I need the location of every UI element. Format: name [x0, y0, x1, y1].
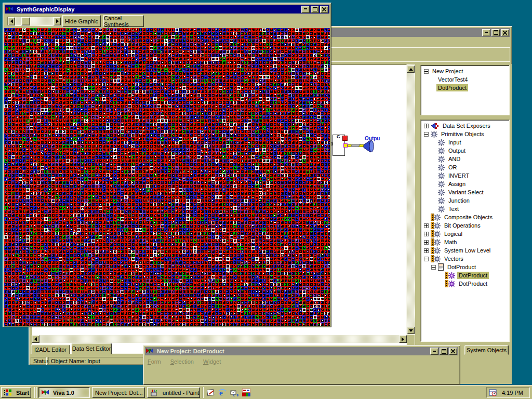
- tree-row[interactable]: Data Set Exposers: [422, 122, 509, 130]
- tree-row[interactable]: AND: [422, 155, 509, 163]
- tree-row[interactable]: Output: [422, 147, 509, 155]
- expand-toggle[interactable]: [431, 265, 436, 270]
- tab-data-set-editor[interactable]: Data Set Editor: [71, 343, 112, 354]
- tree-item-label: DotProduct: [446, 263, 477, 271]
- gear-icon: [438, 206, 445, 212]
- composite-object-icon: [431, 222, 441, 229]
- menu-item-form[interactable]: Form: [148, 358, 161, 365]
- task-button-untitled-paint[interactable]: untitled - Paint: [147, 387, 200, 398]
- status-label: Status: [33, 358, 49, 364]
- port[interactable]: [343, 143, 348, 148]
- expand-toggle[interactable]: [424, 232, 429, 236]
- output-cone-icon[interactable]: [363, 139, 375, 154]
- desktop: { "theme": { "desktop": "#00637F", "face…: [0, 0, 532, 399]
- tree-row[interactable]: DotProduct: [422, 280, 509, 288]
- maximize-button[interactable]: [311, 6, 319, 13]
- task-button-viva-1-0[interactable]: Viva 1.0: [38, 387, 90, 398]
- tree-row[interactable]: Text: [422, 205, 509, 213]
- maximize-button[interactable]: [491, 29, 500, 36]
- quick-launch-pen-doc-icon[interactable]: [206, 387, 217, 398]
- quick-launch: e: [206, 387, 252, 398]
- tree-row[interactable]: Composite Objects: [422, 213, 509, 221]
- taskbar-divider: [203, 387, 204, 398]
- task-button-label: untitled - Paint: [163, 390, 199, 396]
- close-button[interactable]: [449, 348, 457, 355]
- tree-row[interactable]: INVERT: [422, 171, 509, 180]
- tree-item-label: AND: [447, 155, 462, 163]
- expand-toggle[interactable]: [424, 223, 429, 228]
- scroll-left-button[interactable]: [8, 17, 15, 25]
- close-button[interactable]: [501, 29, 509, 36]
- tree-row[interactable]: Primitive Objects: [422, 130, 509, 138]
- menu-item-widget[interactable]: Widget: [203, 358, 221, 365]
- tab-i2adl-editor[interactable]: I2ADL Editor: [31, 344, 70, 354]
- maximize-button[interactable]: [440, 348, 448, 355]
- tree-row[interactable]: Input: [422, 138, 509, 147]
- tree-row[interactable]: Bit Operations: [422, 221, 509, 230]
- tree-row[interactable]: VectorTest4: [422, 75, 509, 84]
- gear-icon: [438, 197, 445, 204]
- tree-row[interactable]: OR: [422, 163, 509, 171]
- arrow-left-icon: [10, 19, 13, 23]
- tree-row[interactable]: Math: [422, 238, 509, 246]
- expand-toggle[interactable]: [424, 124, 429, 128]
- tree-row[interactable]: Junction: [422, 196, 509, 205]
- scroll-thumb[interactable]: [21, 17, 30, 25]
- scroll-left-button[interactable]: [32, 335, 39, 343]
- scroll-corner: [407, 335, 415, 343]
- arrow-up-icon: [409, 68, 413, 71]
- task-button-new-project-dot-[interactable]: New Project: Dot...: [92, 387, 145, 398]
- tree-row[interactable]: Assign: [422, 180, 509, 188]
- close-button[interactable]: [320, 6, 328, 13]
- task-button-label: Viva 1.0: [53, 390, 74, 396]
- cancel-synthesis-label: Cancel Synthesis: [104, 15, 143, 28]
- scroll-right-button[interactable]: [54, 17, 61, 25]
- close-icon: [503, 31, 507, 35]
- tree-row[interactable]: Variant Select: [422, 188, 509, 196]
- project-window-title: New Project: DotProduct: [157, 348, 429, 354]
- project-tree[interactable]: New ProjectVectorTest4DotProduct: [420, 65, 510, 115]
- minimize-button[interactable]: [430, 348, 438, 355]
- tree-row[interactable]: Vectors: [422, 255, 509, 263]
- tree-row[interactable]: DotProduct: [422, 84, 509, 92]
- mail-icon: [230, 389, 238, 396]
- gear-icon: [438, 156, 445, 163]
- minimize-button[interactable]: [482, 29, 490, 36]
- tree-row[interactable]: DotProduct: [422, 263, 509, 271]
- tab-label: I2ADL Editor: [34, 347, 66, 353]
- arrow-left-icon: [34, 337, 37, 341]
- project-titlebar[interactable]: New Project: DotProduct: [145, 347, 458, 355]
- quick-launch-mail-icon[interactable]: [230, 387, 241, 398]
- quick-launch-internet-explorer-icon[interactable]: e: [218, 387, 229, 398]
- vertical-scrollbar[interactable]: [407, 64, 415, 335]
- expand-toggle[interactable]: [424, 69, 429, 74]
- system-objects-tab[interactable]: System Objects: [464, 345, 509, 355]
- minimize-button[interactable]: [301, 6, 310, 13]
- menu-item-selection[interactable]: Selection: [170, 358, 194, 365]
- tree-row[interactable]: System Low Level: [422, 246, 509, 255]
- scroll-up-button[interactable]: [407, 65, 415, 73]
- tree-row[interactable]: Logical: [422, 230, 509, 238]
- expand-toggle[interactable]: [424, 257, 429, 261]
- start-button[interactable]: Start: [1, 387, 31, 398]
- system-tray: 4:19 PM: [486, 387, 530, 398]
- taskbar: Start Viva 1.0New Project: Dot...untitle…: [0, 385, 532, 399]
- tree-row-root[interactable]: New Project: [422, 67, 509, 75]
- cancel-synthesis-button[interactable]: Cancel Synthesis: [103, 15, 144, 27]
- expand-toggle[interactable]: [424, 132, 429, 137]
- hide-graphic-button[interactable]: Hide Graphic: [62, 15, 101, 27]
- tree-row[interactable]: DotProduct: [422, 271, 509, 280]
- expand-toggle[interactable]: [424, 240, 429, 245]
- status-panel: Status: [31, 357, 47, 365]
- scroll-down-button[interactable]: [407, 327, 415, 334]
- horizontal-scrollbar[interactable]: [32, 335, 407, 343]
- quick-launch-msdg-icon[interactable]: [242, 387, 252, 398]
- object-tree[interactable]: Data Set ExposersPrimitive ObjectsInputO…: [420, 119, 510, 342]
- graphic-scrollbar[interactable]: [7, 17, 61, 26]
- hide-graphic-label: Hide Graphic: [65, 18, 98, 24]
- synth-titlebar[interactable]: SynthGraphicDisplay: [5, 5, 329, 14]
- scroll-right-button[interactable]: [399, 335, 407, 343]
- task-button-label: New Project: Dot...: [95, 390, 143, 396]
- expand-toggle[interactable]: [424, 248, 429, 253]
- tree-item-label: Primitive Objects: [440, 130, 486, 138]
